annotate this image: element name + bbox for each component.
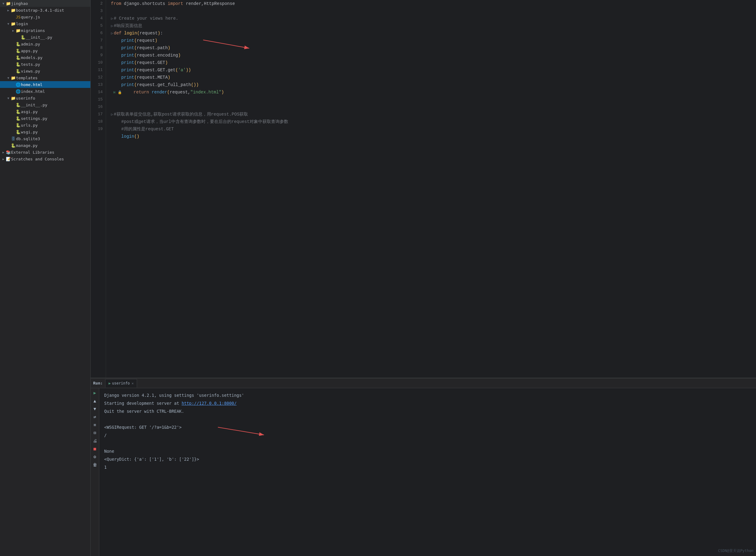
sidebar-item-label: wsgi.py [21,130,38,134]
sidebar-item-login[interactable]: ▼ 📁 login [0,20,91,27]
sidebar-item-userinfo[interactable]: ▼ 📁 userinfo [0,95,91,101]
code-line-11: print(request.GET.get('a')) [111,66,756,74]
console-line: <QueryDict: {'a': ['1'], 'b': ['22']}> [104,455,751,463]
py-file-icon: 🐍 [15,62,21,67]
sidebar-item-urls[interactable]: 🐍 urls.py [0,122,91,129]
tab-close-icon[interactable]: ✕ [132,381,134,385]
folder-icon: 📁 [10,8,16,12]
watermark: CSDN@景天说Python [718,548,754,554]
sidebar-item-tests[interactable]: 🐍 tests.py [0,61,91,68]
sidebar-item-label: models.py [21,55,42,60]
sidebar-item-db-sqlite[interactable]: 🗄 db.sqlite3 [0,135,91,142]
sidebar-item-label: views.py [21,69,40,73]
sidebar-item-label: urls.py [21,123,38,128]
line-num: 2 [91,0,103,7]
line-num: 12 [91,74,103,81]
console-line: 1 [104,463,751,471]
folder-icon: 📁 [15,28,21,33]
sidebar-item-migrations[interactable]: ▶ 📁 migrations [0,27,91,34]
sidebar-item-label: migrations [21,28,45,33]
code-content-area[interactable]: from django.shortcuts import render,Http… [106,0,756,378]
html-file-icon: 🌐 [15,82,21,87]
print-button[interactable]: 🖨 [92,438,98,444]
server-link[interactable]: http://127.0.0.1:8000/ [182,401,237,406]
bottom-tab-bar: Run: ▶ userinfo ✕ [91,378,756,388]
folder-icon: 📁 [5,1,11,6]
sidebar-item-settings[interactable]: 🐍 settings.py [0,115,91,122]
sidebar-item-manage[interactable]: 🐍 manage.py [0,142,91,149]
sidebar-item-templates[interactable]: ▼ 📁 templates [0,74,91,81]
line-num: 8 [91,44,103,51]
line-num: 7 [91,37,103,44]
sidebar-item-views[interactable]: 🐍 views.py [0,68,91,74]
sidebar-item-label: admin.py [21,42,40,46]
console-line: Django version 4.2.1, using settings 'us… [104,391,751,399]
sidebar-item-label: index.html [21,89,45,94]
tab-run-icon: ▶ [108,381,111,385]
sidebar-item-scratches[interactable]: ▶ 📝 Scratches and Consoles [0,155,91,162]
tab-label: userinfo [112,381,130,385]
scroll-down-button[interactable]: ▼ [92,406,98,412]
sidebar-item-index-html[interactable]: 🌐 index.html [0,88,91,95]
console-output: Django version 4.2.1, using settings 'us… [99,388,756,556]
bottom-panel: Run: ▶ userinfo ✕ ▶ ▲ ▼ ⇄ ≡ ⊟ 🖨 ■ [91,378,756,556]
code-line-3 [111,7,756,15]
sidebar-item-label: __init__.py [26,35,52,40]
console-tab-userinfo[interactable]: ▶ userinfo ✕ [105,379,137,388]
sidebar-item-apps[interactable]: 🐍 apps.py [0,47,91,54]
sidebar-item-label: query.js [21,15,40,20]
console-line: Starting development server at http://12… [104,399,751,407]
py-file-icon: 🐍 [15,69,21,73]
py-file-icon: 🐍 [15,130,21,134]
code-line-7: print(request) [111,37,756,44]
trash-button[interactable]: 🗑 [92,461,98,468]
sidebar-item-jinghao[interactable]: ▼ 📁 jinghao [0,0,91,7]
wrap-button[interactable]: ⇄ [92,413,98,420]
bottom-content: ▶ ▲ ▼ ⇄ ≡ ⊟ 🖨 ■ ⚙ 🗑 Django version 4.2.1… [91,388,756,556]
line-num: 4 [91,15,103,22]
sidebar-item-external-libraries[interactable]: ▶ 📚 External Libraries [0,149,91,155]
sidebar-item-label: asgi.py [21,109,38,114]
scroll-up-button[interactable]: ▲ [92,397,98,404]
line-num: 9 [91,51,103,59]
sidebar-item-admin[interactable]: 🐍 admin.py [0,41,91,47]
code-line-4: ▷# Create your views here. [111,15,756,22]
py-file-icon: 🐍 [15,103,21,107]
clear-button[interactable]: ⊟ [92,429,98,436]
sidebar-item-home-html[interactable]: 🌐 home.html [0,81,91,88]
code-line-19a: #用的属性是request.GET [111,126,756,133]
code-line-8: print(request.path) [111,44,756,51]
filter-button[interactable]: ≡ [92,421,98,428]
expand-arrow: ▼ [6,76,10,80]
sidebar-item-label: __init__.py [21,103,47,107]
settings-button[interactable]: ⚙ [92,453,98,460]
line-num: 13 [91,81,103,89]
code-line-16 [111,103,756,111]
folder-icon: 📁 [10,96,16,101]
run-button[interactable]: ▶ [92,389,98,396]
py-file-icon: 🐍 [10,143,16,148]
sidebar-item-bootstrap[interactable]: ▶ 📁 bootstrap-3.4.1-dist [0,7,91,13]
line-num: 16 [91,103,103,111]
code-line-6: ▷def login(request): [111,30,756,37]
py-file-icon: 🐍 [15,55,21,60]
run-label: Run: [93,381,103,385]
expand-arrow: ▶ [11,29,15,32]
sidebar-item-wsgi[interactable]: 🐍 wsgi.py [0,129,91,135]
sidebar-item-queryjs[interactable]: JS query.js [0,13,91,20]
line-num: 18 [91,118,103,126]
folder-icon: 📁 [10,22,16,26]
py-file-icon: 🐍 [15,123,21,128]
sidebar-item-init-login[interactable]: 🐍 __init__.py [0,34,91,41]
sidebar-item-init-user[interactable]: 🐍 __init__.py [0,101,91,108]
sidebar-item-asgi[interactable]: 🐍 asgi.py [0,108,91,115]
sidebar-item-label: bootstrap-3.4.1-dist [16,8,64,12]
console-line: None [104,447,751,455]
file-tree: ▼ 📁 jinghao ▶ 📁 bootstrap-3.4.1-dist JS … [0,0,91,556]
scratches-icon: 📝 [5,157,11,161]
stop-button[interactable]: ■ [92,445,98,452]
line-num: 14 [91,89,103,96]
sidebar-item-label: Scratches and Consoles [11,157,64,161]
sidebar-item-models[interactable]: 🐍 models.py [0,54,91,61]
line-num: 19 [91,126,103,133]
